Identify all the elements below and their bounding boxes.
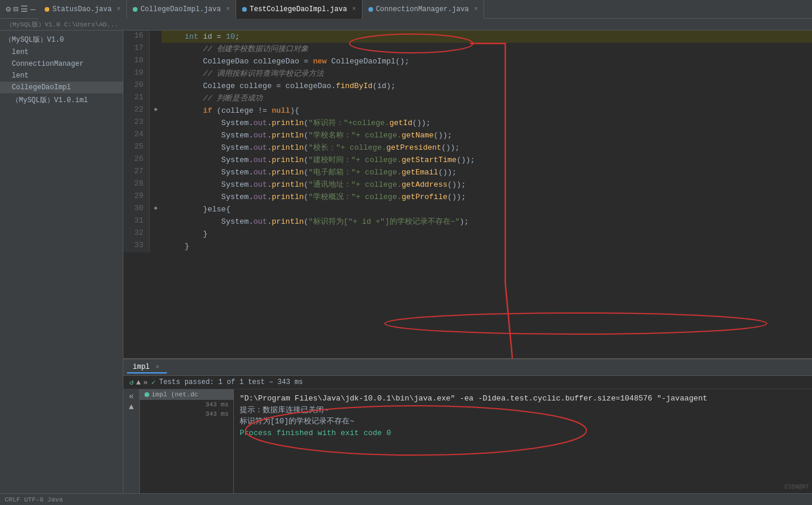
breadcrumb: （MySQL版）V1.0 C:\Users\AD... (0, 19, 812, 31)
bottom-tab-bar: impl × (123, 359, 812, 376)
code-line-24: 24 System.out.println("学校名称："+ college.g… (123, 129, 812, 142)
tab-connectionmanager[interactable]: ConnectionManager.java × (363, 0, 484, 19)
tab-testcollegedaoimpl[interactable]: TestCollegeDaoImpl.java × (236, 0, 363, 19)
code-line-21: 21 // 判断是否成功 (123, 92, 812, 105)
line-gutter-22: ◆ (150, 105, 162, 117)
line-gutter-20 (150, 80, 162, 92)
tab-label-testcollegedaoimpl: TestCollegeDaoImpl.java (250, 5, 347, 14)
code-line-32: 32 } (123, 228, 812, 240)
line-content-31: System.out.println("标识符为["+ id +"]的学校记录不… (162, 216, 812, 228)
line-content-17: // 创建学校数据访问接口对象 (162, 43, 812, 55)
sidebar-item-1[interactable]: lent (0, 46, 123, 58)
watermark: CSDN@NT (784, 484, 809, 490)
code-line-28: 28 System.out.println("通讯地址："+ college.g… (123, 179, 812, 191)
minus-icon[interactable]: — (31, 5, 35, 14)
line-content-30: }else{ (162, 203, 812, 216)
line-gutter-16 (150, 31, 162, 43)
line-content-24: System.out.println("学校名称："+ college.getN… (162, 129, 812, 142)
line-content-21: // 判断是否成功 (162, 92, 812, 105)
sidebar-item-collegedaoimpl[interactable]: CollegeDaoImpl (0, 82, 123, 93)
code-line-23: 23 System.out.println("标识符："+college.get… (123, 117, 812, 129)
bottom-panel: impl × ↺ ▲ » ✓ Tests passed: 1 of 1 test… (123, 358, 812, 493)
bottom-left-toolbar: « ▲ (123, 389, 140, 493)
line-number-32: 32 (123, 228, 150, 240)
code-line-18: 18 CollegeDao collegeDao = new CollegeDa… (123, 55, 812, 68)
line-number-21: 21 (123, 92, 150, 105)
tab-label-collegedaoimpl: CollegeDaoImpl.java (140, 5, 221, 14)
line-number-17: 17 (123, 43, 150, 55)
line-gutter-28 (150, 179, 162, 191)
code-line-17: 17 // 创建学校数据访问接口对象 (123, 43, 812, 55)
rerun-icon[interactable]: ↺ (129, 378, 134, 387)
output-line: "D:\Program Files\Java\jdk-10.0.1\bin\ja… (240, 393, 806, 405)
collapse-icon[interactable]: « (129, 392, 133, 401)
output-line: Process finished with exit code 0 (240, 427, 806, 439)
tab-close-testcollegedaoimpl[interactable]: × (353, 6, 356, 12)
line-number-18: 18 (123, 55, 150, 68)
sidebar-item-3[interactable]: lent (0, 70, 123, 82)
line-content-29: System.out.println("学校概况："+ college.getP… (162, 191, 812, 203)
line-gutter-30: ◆ (150, 203, 162, 216)
scroll-right-icon[interactable]: » (143, 378, 148, 387)
tab-dot-statusdao (45, 7, 49, 12)
tab-impl[interactable]: impl × (127, 362, 167, 373)
line-number-20: 20 (123, 80, 150, 92)
line-content-18: CollegeDao collegeDao = new CollegeDaoIm… (162, 55, 812, 68)
code-lines: 16 int id = 10;17 // 创建学校数据访问接口对象18 Coll… (123, 31, 812, 253)
code-line-25: 25 System.out.println("校长："+ college.get… (123, 142, 812, 154)
tab-statusdao[interactable]: StatusDao.java × (39, 0, 127, 19)
test-toolbar: ↺ ▲ » (129, 378, 147, 387)
sidebar-item-0[interactable]: （MySQL版）V1.0 (0, 33, 123, 46)
run-dot-1 (145, 392, 149, 397)
line-content-27: System.out.println("电子邮箱："+ college.getE… (162, 166, 812, 179)
line-content-22: if (college != null){ (162, 105, 812, 117)
line-gutter-23 (150, 117, 162, 129)
tab-collegedaoimpl[interactable]: CollegeDaoImpl.java × (127, 0, 236, 19)
line-number-24: 24 (123, 129, 150, 142)
test-check-icon: ✓ (151, 378, 155, 387)
code-line-33: 33 } (123, 240, 812, 253)
tab-close-collegedaoimpl[interactable]: × (226, 6, 230, 12)
line-gutter-25 (150, 142, 162, 154)
tab-close-statusdao[interactable]: × (117, 6, 120, 12)
menu-icon[interactable]: ☰ (21, 4, 28, 14)
sidebar-item-connectionmanager[interactable]: ConnectionManager (0, 58, 123, 70)
main-area: （MySQL版）V1.0 lent ConnectionManager lent… (0, 31, 812, 493)
tab-dot-testcollegedaoimpl (242, 7, 247, 12)
status-bar: CRLF UTF-8 Java (0, 493, 812, 505)
up-icon[interactable]: ▲ (129, 402, 133, 412)
settings-icon[interactable]: ⚙ (6, 4, 11, 14)
line-number-28: 28 (123, 179, 150, 191)
bottom-output: "D:\Program Files\Java\jdk-10.0.1\bin\ja… (234, 389, 812, 493)
line-content-25: System.out.println("校长："+ college.getPre… (162, 142, 812, 154)
line-content-33: } (162, 240, 812, 253)
run-item-1[interactable]: impl (net.dc (140, 389, 233, 400)
code-line-20: 20 College college = collegeDao.findById… (123, 80, 812, 92)
sidebar-item-iml[interactable]: （MySQL版）V1.0.iml (0, 93, 123, 107)
line-gutter-32 (150, 228, 162, 240)
scroll-up-icon[interactable]: ▲ (136, 378, 141, 387)
tab-bar: ⚙ ⊟ ☰ — StatusDao.java × CollegeDaoImpl.… (0, 0, 812, 19)
line-gutter-17 (150, 43, 162, 55)
line-content-20: College college = collegeDao.findById(id… (162, 80, 812, 92)
line-gutter-26 (150, 154, 162, 166)
line-gutter-18 (150, 55, 162, 68)
split-icon[interactable]: ⊟ (13, 4, 18, 14)
bottom-content: « ▲ impl (net.dc 343 ms 343 ms (123, 389, 812, 493)
code-line-26: 26 System.out.println("建校时间："+ college.g… (123, 154, 812, 166)
code-line-22: 22◆ if (college != null){ (123, 105, 812, 117)
test-passed-bar: ↺ ▲ » ✓ Tests passed: 1 of 1 test – 343 … (123, 376, 812, 389)
code-editor[interactable]: 16 int id = 10;17 // 创建学校数据访问接口对象18 Coll… (123, 31, 812, 358)
line-number-29: 29 (123, 191, 150, 203)
bottom-tab-close[interactable]: × (154, 364, 161, 371)
sidebar: （MySQL版）V1.0 lent ConnectionManager lent… (0, 31, 123, 493)
tab-close-connectionmanager[interactable]: × (474, 6, 478, 12)
line-gutter-29 (150, 191, 162, 203)
tab-label-statusdao: StatusDao.java (52, 5, 112, 14)
line-number-30: 30 (123, 203, 150, 216)
line-gutter-31 (150, 216, 162, 228)
line-gutter-24 (150, 129, 162, 142)
line-content-19: // 调用按标识符查询学校记录方法 (162, 68, 812, 80)
line-content-32: } (162, 228, 812, 240)
tab-dot-collegedaoimpl (133, 7, 137, 12)
